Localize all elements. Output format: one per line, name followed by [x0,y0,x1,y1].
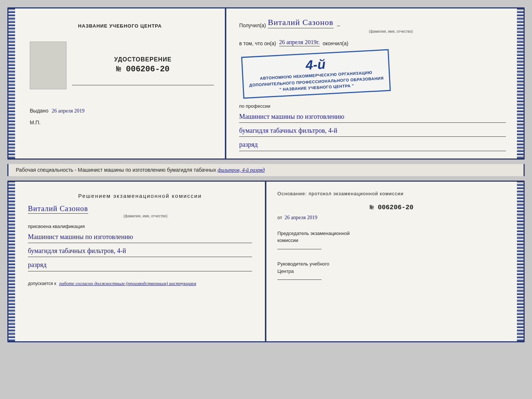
top-booklet-content: НАЗВАНИЕ УЧЕБНОГО ЦЕНТРА УДОСТОВЕРЕНИЕ №… [15,8,517,158]
predsedatel-line2: комиссии [277,237,506,244]
poluchil-prefix: Получил(а) [239,22,266,28]
qualification-line3: разряд [28,259,252,271]
qualification-line2: бумагидля табачных фильтров, 4-й [28,245,252,257]
rukovoditel-line2: Центра [277,268,506,275]
profession-line3: разряд [239,139,506,151]
predsedatel-signature-line [277,249,321,249]
bottom-booklet-content: Решением экзаменационной комиссии Витали… [15,182,517,341]
left-hatch-top [8,8,15,158]
vtom-prefix: в том, что он(а) [239,40,276,46]
prisvoena-label: присвоена квалификация [28,224,252,229]
vtom-date: 26 апреля 2019г. [279,39,320,46]
recipient-name-top: Виталий Сазонов [268,18,333,28]
left-hatch-bottom [8,182,15,341]
middle-text-strip: Рабочая специальность - Машинист машины … [7,164,525,176]
protokol-number: № 006206-20 [277,204,506,211]
top-left-panel: НАЗВАНИЕ УЧЕБНОГО ЦЕНТРА УДОСТОВЕРЕНИЕ №… [15,8,226,158]
stamp-box: 4-й АВТОНОМНУЮ НЕКОММЕРЧЕСКУЮ ОРГАНИЗАЦИ… [241,49,391,99]
name-subtitle-top: (фамилия, имя, отчество) [276,29,506,33]
vydano-label: Выдано [30,108,48,114]
profession-line2: бумагидля табачных фильтров, 4-й [239,125,506,137]
po-professii-label: по профессии [239,103,506,109]
profession-line1: Машинист машины по изготовлению [239,111,506,123]
right-hatch-top [517,8,524,158]
middle-text-handwritten: фильтров, 4-й разряд [218,167,265,173]
rukovoditel-line1: Руководитель учебного [277,260,506,268]
middle-text-normal: Рабочая специальность - Машинист машины … [16,167,218,173]
okonchil-label: окончил(а) [323,40,348,46]
training-center-title: НАЗВАНИЕ УЧЕБНОГО ЦЕНТРА [78,23,162,29]
rukovoditel-signature-line [277,279,321,280]
ot-prefix: от [277,215,282,220]
bottom-right-panel: Основание: протокол экзаменационной коми… [266,182,517,341]
vydano-date: 26 апреля 2019 [52,108,85,114]
stamp-area: 4-й АВТОНОМНУЮ НЕКОММЕРЧЕСКУЮ ОРГАНИЗАЦИ… [239,50,506,98]
vydano-line: Выдано 26 апреля 2019 [30,108,85,114]
top-booklet: НАЗВАНИЕ УЧЕБНОГО ЦЕНТРА УДОСТОВЕРЕНИЕ №… [7,7,525,160]
dopuskaetsya-value: работе согласно должностным (производств… [59,281,196,286]
predsedatel-line1: Председатель экзаменационной [277,230,506,237]
mp-label: М.П. [30,120,41,125]
udostoverenie-number: № 006206-20 [116,65,169,74]
poluchil-line: Получил(а) Виталий Сазонов – [239,18,506,28]
page-wrapper: НАЗВАНИЕ УЧЕБНОГО ЦЕНТРА УДОСТОВЕРЕНИЕ №… [7,7,525,342]
bottom-booklet: Решением экзаменационной комиссии Витали… [7,181,525,342]
right-hatch-bottom [517,182,524,341]
qualification-line1: Машинист машины по изготовлению [28,231,252,243]
photo-placeholder [30,42,66,89]
top-right-panel: Получил(а) Виталий Сазонов – (фамилия, и… [226,8,517,158]
bottom-name-subtitle: (фамилия, имя, отчество) [39,214,252,218]
bottom-left-panel: Решением экзаменационной комиссии Витали… [15,182,266,341]
bottom-recipient-name: Виталий Сазонов [28,204,88,214]
predsedatel-block: Председатель экзаменационной комиссии [277,230,506,252]
dash-sep: – [337,22,340,28]
dopuskaetsya-prefix: допускается к [28,281,56,286]
vtom-line: в том, что он(а) 26 апреля 2019г. окончи… [239,39,506,46]
resheniem-title: Решением экзаменационной комиссии [28,193,252,199]
dopuskaetsya-line: допускается к работе согласно должностны… [28,281,252,286]
osnovanie-label: Основание: протокол экзаменационной коми… [277,191,506,196]
rukovoditel-block: Руководитель учебного Центра [277,260,506,282]
ot-date: 26 апреля 2019 [285,215,317,220]
udostoverenie-label: УДОСТОВЕРЕНИЕ [114,56,172,63]
ot-line: от 26 апреля 2019 [277,215,506,221]
bottom-recipient-wrapper: Виталий Сазонов [28,204,252,213]
